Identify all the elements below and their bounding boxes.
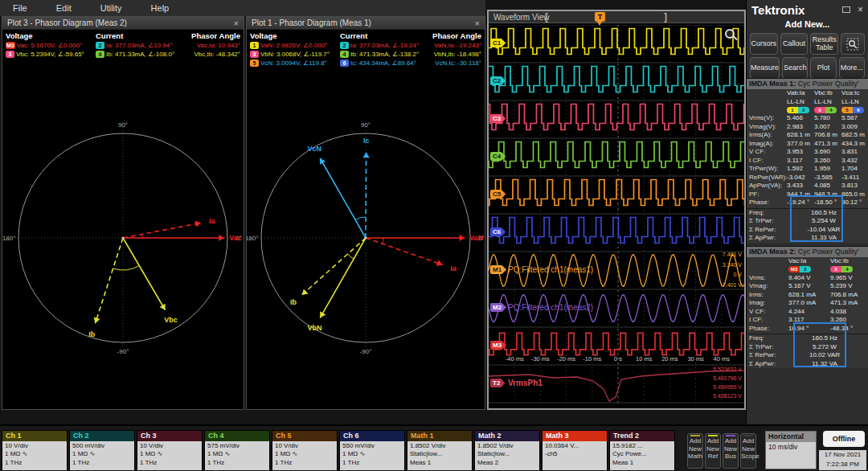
phasor-table-row: 3Vbc: 5.2394V, ∠-59.65°4Ib: 471.33mA, ∠-… [2, 50, 244, 59]
menu-bar: FileEditUtilityHelp [0, 0, 485, 16]
time-axis-label: -20 ms [557, 355, 575, 362]
meas-row: Phase:10.94 °-48.34 ° [747, 325, 868, 334]
cursors-button[interactable]: Cursors [750, 33, 778, 55]
callout-button[interactable]: Callout [780, 33, 809, 55]
svg-text:Ib: Ib [290, 298, 297, 306]
meas-row: Σ ApPwr:11.32 VA [747, 360, 868, 369]
m1-scale-label: 7.481 V [723, 252, 742, 257]
waveform-annotation: VrmsPh1 [508, 379, 542, 387]
menu-item-utility[interactable]: Utility [100, 3, 122, 13]
waveform-annotation: PQ:Filtered ch1(meas1) [508, 265, 593, 274]
plot3-phasor-panel: Plot 3 - Phasor Diagram (Meas 2) × Volta… [2, 16, 244, 410]
time-axis-label: 20 ms [661, 355, 678, 362]
imda-meas2-results-table[interactable]: IMDA Meas 2: Cyc Power Quality'Vac:IaVbc… [747, 246, 868, 368]
time-axis-label: 10 ms [636, 355, 652, 362]
meas-row: Irms:628.1 mA706.8 mA [747, 291, 868, 300]
meas-row: Vrms(V):5.4665.7805.587 [747, 114, 868, 123]
source-badge: 3 [250, 51, 259, 58]
svg-text:Vbc: Vbc [164, 316, 178, 324]
plot1-title-bar: Plot 1 - Phasor Diagram (Meas 1) × [247, 17, 485, 30]
meas-row: TrPwr(W):1.5921.9591.704 [747, 165, 868, 174]
svg-text:VcN: VcN [307, 145, 321, 153]
meas-row: Vac:IaVbc:Ib [747, 257, 868, 266]
time-axis-label: 0 s [614, 355, 622, 362]
imda-meas1-results-table[interactable]: IMDA Meas 1: Cyc Power Quality'Vab:IaVbc… [747, 78, 868, 243]
restore-window-icon[interactable] [842, 6, 850, 13]
offline-button[interactable]: Offline [823, 431, 865, 447]
zoom-select-button[interactable] [841, 33, 865, 55]
phasor-table-row: 5VcN: 3.0094V, ∠119.8°6Ic: 434.34mA, ∠89… [247, 59, 485, 68]
channel-badge-math3[interactable]: Math 310.0364 V...-ch5 [542, 430, 608, 470]
plot-button[interactable]: Plot [810, 57, 836, 79]
source-badge: M3 [6, 42, 15, 49]
meas-row: Vmag:5.167 V5.239 V [747, 282, 868, 291]
add-new-scope-button[interactable]: AddNewScope [740, 433, 756, 469]
waveform-graticule[interactable]: C1C2C3C4C5C6M1PQ:Filtered ch1(meas1)M2PQ… [489, 23, 744, 408]
svg-text:VbN: VbN [307, 324, 321, 332]
plot3-title: Plot 3 - Phasor Diagram (Meas 2) [7, 18, 127, 27]
column-header: Voltage [250, 31, 340, 40]
trend-scale-label: 5.459959 V [713, 384, 742, 390]
source-badge: 6 [340, 59, 349, 67]
channel-badge-ch1[interactable]: Ch 110 V/div1 MΩ ∿1 THz [2, 430, 68, 470]
time-axis-label: -10 ms [583, 355, 601, 362]
menu-item-file[interactable]: File [13, 3, 27, 13]
channel-badge-ch6[interactable]: Ch 6550 mV/div1 MΩ ∿1 THz [339, 430, 405, 470]
source-badge-pair: 34 [830, 266, 853, 272]
zoom-bracket-left[interactable]: [ [545, 11, 548, 23]
source-badge: 4 [96, 51, 104, 58]
add-new-bus-button[interactable]: AddNewBus [723, 433, 739, 469]
magnifier-icon[interactable] [725, 29, 735, 39]
source-badge-pair: 56 [841, 107, 864, 113]
plot3-phasor-table: VoltageCurrentPhasor AngleM3Vac: 5.1670V… [2, 30, 244, 59]
phasor-table-row: 3VbN: 3.0068V, ∠-119.7°4Ib: 471.33mA, ∠-… [247, 50, 485, 59]
close-window-icon[interactable]: × [858, 6, 863, 14]
results-table-button[interactable]: Results Table [810, 33, 838, 55]
bottom-settings-bar: Horizontal 10 ms/div Offline 17 Nov 2021… [0, 424, 868, 471]
time-axis-label: -30 ms [531, 355, 550, 362]
meas-row: Vab:IaVbc:IbVca:Ic [747, 89, 868, 98]
add-new-math-button[interactable]: AddNewMath [687, 433, 703, 469]
horizontal-scale: 10 ms/div [766, 442, 816, 469]
column-header: Current [340, 31, 430, 40]
meas-row: Phase:-19.24 °-18.50 °30.12 ° [747, 199, 868, 207]
waveform-annotation: PQ:Filtered ch1(meas2) [508, 303, 593, 312]
close-icon[interactable]: × [475, 18, 480, 28]
meas-row: Vmag(V):2.9833.0073.009 [747, 123, 868, 132]
trigger-marker[interactable]: T [595, 12, 605, 22]
trend-scale-label: 5.523632 V [713, 367, 742, 372]
svg-text:±180°: ±180° [2, 235, 15, 242]
svg-text:-90°: -90° [117, 348, 129, 355]
svg-text:Ic: Ic [363, 137, 370, 145]
svg-text:Ia: Ia [209, 217, 216, 225]
channel-badge-ch4[interactable]: Ch 4575 mV/div1 MΩ ∿1 THz [204, 430, 270, 470]
plot1-title: Plot 1 - Phasor Diagram (Meas 1) [252, 18, 371, 27]
horizontal-badge[interactable]: Horizontal 10 ms/div [765, 431, 817, 469]
more-button[interactable]: More... [839, 57, 865, 79]
channel-badge-trend2[interactable]: Trend 215.9182 ...Cyc Powe...Meas 1 [609, 430, 675, 470]
search-button[interactable]: Search [782, 57, 808, 79]
right-sidebar: Tektronix × Add New... Cursors Callout R… [746, 0, 868, 424]
column-header: Phasor Angle [186, 31, 240, 40]
measure-button[interactable]: Measure [750, 57, 780, 79]
meas-row: ApPwr(VA):3.4334.0853.813 [747, 182, 868, 190]
source-badge: 4 [340, 51, 349, 58]
channel-badge-math2[interactable]: Math 21.8502 V/divStatic|low...Meas 2 [474, 430, 540, 470]
m1-scale-label: 3.240 V [723, 262, 742, 268]
menu-item-help[interactable]: Help [151, 3, 170, 13]
close-icon[interactable]: × [234, 18, 239, 28]
channel-badge-ch2[interactable]: Ch 2500 mV/div1 MΩ ∿1 THz [69, 430, 135, 470]
channel-badge-ch5[interactable]: Ch 510 V/div1 MΩ ∿1 THz [272, 430, 338, 470]
add-new-ref-button[interactable]: AddNewRef [705, 433, 721, 469]
channel-badge-ch3[interactable]: Ch 310 V/div1 MΩ ∿1 THz [137, 430, 203, 470]
meas-row: V CF:4.2444.038 [747, 308, 868, 317]
meas-row: Σ RePwr:10.02 VAR [747, 351, 868, 360]
channel-badge-math1[interactable]: Math 11.8502 V/divStatic|low...Meas 1 [407, 430, 473, 470]
column-header: Voltage [6, 31, 96, 40]
meas-row: Irms(A):628.1 m706.8 m682.5 m [747, 131, 868, 140]
zoom-bracket-right[interactable]: ] [664, 11, 667, 23]
plot3-phasor-diagram: 90°0°-90°±180°VacIaVbcIb [2, 81, 244, 409]
svg-text:Ib: Ib [88, 330, 96, 338]
source-badge: 3 [6, 51, 14, 58]
menu-item-edit[interactable]: Edit [56, 3, 72, 13]
